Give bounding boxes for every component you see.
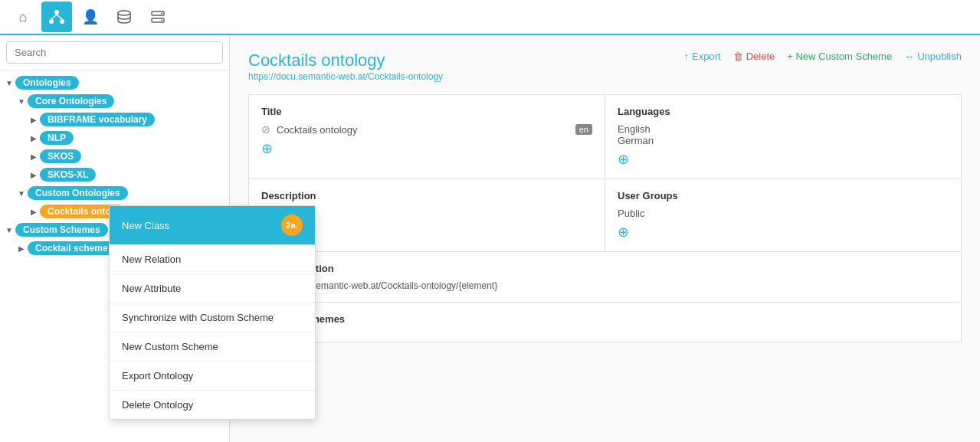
tree-tag[interactable]: BIBFRAME vocabulary [40, 113, 155, 126]
search-box [0, 35, 229, 70]
toggle-icon: ▶ [15, 242, 28, 254]
database-nav-icon[interactable] [109, 2, 139, 32]
context-menu-item-export-ontology[interactable]: Export Ontology [110, 362, 315, 391]
description-label: Description [261, 190, 592, 201]
context-menu-item-new-class[interactable]: New Class 2a. [110, 206, 315, 245]
uri-generation-cell: URI Generation https://docu.semantic-web… [249, 252, 961, 302]
svg-point-5 [118, 11, 130, 15]
toggle-icon: ▼ [3, 77, 15, 89]
toggle-icon: ▼ [15, 95, 28, 107]
svg-line-3 [51, 15, 57, 19]
users-nav-icon[interactable]: 👤 [75, 2, 106, 32]
trash-icon: 🗑 [733, 51, 743, 62]
tree-tag[interactable]: Ontologies [15, 76, 79, 90]
content-grid: Title ⊘ Cocktails ontology en ⊕ Language… [248, 94, 962, 342]
user-groups-cell: User Groups Public ⊕ [605, 179, 961, 251]
language-english: English [618, 123, 949, 135]
tree-tag[interactable]: SKOS-XL [40, 168, 96, 182]
uri-generation-label: URI Generation [261, 263, 949, 274]
tree-item-custom-ontologies[interactable]: ▼ Custom Ontologies [12, 184, 229, 202]
tree-tag[interactable]: Custom Schemes [15, 223, 108, 237]
custom-schemes-label: Custom Schemes [261, 313, 949, 325]
new-attribute-label: New Attribute [122, 283, 181, 294]
search-input[interactable] [6, 41, 223, 64]
uri-generation-value: https://docu.semantic-web.at/Cocktails-o… [261, 280, 949, 291]
title-row: ⊘ Cocktails ontology en [261, 123, 592, 136]
toggle-icon: ▶ [28, 113, 40, 126]
tree-item-core-ontologies[interactable]: ▼ Core Ontologies [12, 92, 229, 110]
context-menu-item-new-custom-scheme[interactable]: New Custom Scheme [110, 332, 315, 362]
lang-badge: en [575, 124, 592, 135]
svg-point-2 [60, 19, 64, 24]
language-german: German [618, 135, 949, 146]
toggle-icon: ▼ [3, 224, 15, 236]
ontology-nav-icon[interactable] [41, 2, 72, 32]
user-groups-value: Public [618, 208, 949, 219]
tree-item-skos[interactable]: ▶ SKOS [25, 147, 229, 165]
title-label: Title [261, 106, 592, 117]
context-menu-item-delete-ontology[interactable]: Delete Ontology [110, 391, 315, 419]
synchronize-label: Synchronize with Custom Scheme [122, 312, 274, 323]
tree-tag[interactable]: Core Ontologies [28, 94, 114, 108]
languages-cell: Languages English German ⊕ [605, 95, 961, 178]
tree-item-nlp[interactable]: ▶ NLP [25, 129, 229, 147]
languages-label: Languages [618, 106, 949, 117]
tree-item-ontologies[interactable]: ▼ Ontologies [0, 74, 229, 92]
title-cell: Title ⊘ Cocktails ontology en ⊕ [249, 95, 605, 178]
delete-ontology-label: Delete Ontology [122, 399, 193, 411]
svg-point-9 [161, 20, 162, 21]
toggle-icon: ▼ [15, 187, 28, 199]
tree-tag[interactable]: SKOS [40, 149, 81, 163]
tree-tag[interactable]: Custom Ontologies [28, 186, 128, 200]
export-button[interactable]: ↑ Export [684, 51, 721, 62]
svg-line-4 [57, 15, 62, 19]
toggle-icon: ▶ [28, 150, 40, 162]
svg-point-0 [54, 10, 59, 15]
export-icon: ↑ [684, 51, 690, 62]
title-section: Cocktails ontology https://docu.semantic… [248, 51, 443, 82]
new-custom-scheme-button[interactable]: + New Custom Scheme [787, 51, 892, 62]
page-title: Cocktails ontology [248, 51, 443, 70]
svg-point-1 [49, 19, 54, 24]
content-header: Cocktails ontology https://docu.semantic… [248, 51, 962, 82]
add-language-button[interactable]: ⊕ [618, 151, 629, 168]
delete-button[interactable]: 🗑 Delete [733, 51, 775, 62]
export-ontology-label: Export Ontology [122, 370, 193, 381]
edit-icon: ⊘ [261, 123, 270, 136]
title-value: Cocktails ontology [277, 124, 358, 136]
unpublish-button[interactable]: ↔ Unpublish [904, 51, 962, 62]
new-class-badge: 2a. [281, 214, 303, 236]
tree-item-bibframe[interactable]: ▶ BIBFRAME vocabulary [25, 110, 229, 129]
user-groups-label: User Groups [618, 190, 949, 201]
custom-schemes-cell: Custom Schemes [249, 303, 961, 342]
unpublish-icon: ↔ [904, 51, 914, 62]
toggle-icon: ▶ [28, 205, 40, 218]
header-actions: ↑ Export 🗑 Delete + New Custom Scheme ↔ … [684, 51, 962, 62]
new-relation-label: New Relation [122, 254, 181, 265]
tree-item-skos-xl[interactable]: ▶ SKOS-XL [25, 165, 229, 184]
toggle-icon: ▶ [28, 169, 40, 181]
tree-tag[interactable]: Cocktail scheme [28, 241, 116, 255]
toggle-icon: ▶ [28, 132, 40, 144]
top-navigation: ⌂ 👤 [0, 0, 980, 35]
ontology-url-link[interactable]: https://docu.semantic-web.at/Cocktails-o… [248, 71, 443, 82]
add-user-group-button[interactable]: ⊕ [618, 224, 629, 241]
add-title-button[interactable]: ⊕ [261, 140, 273, 157]
context-menu: New Class 2a. New Relation New Attribute… [109, 205, 316, 420]
main-content: Cocktails ontology https://docu.semantic… [230, 35, 980, 442]
server-nav-icon[interactable] [143, 2, 173, 32]
home-nav-icon[interactable]: ⌂ [8, 2, 38, 32]
context-menu-item-new-attribute[interactable]: New Attribute [110, 274, 315, 303]
context-menu-item-new-relation[interactable]: New Relation [110, 245, 315, 274]
new-class-label: New Class [122, 220, 169, 231]
tree-tag[interactable]: NLP [40, 131, 74, 145]
svg-point-8 [161, 13, 162, 15]
context-menu-item-synchronize[interactable]: Synchronize with Custom Scheme [110, 303, 315, 332]
new-custom-scheme-menu-label: New Custom Scheme [122, 341, 218, 352]
